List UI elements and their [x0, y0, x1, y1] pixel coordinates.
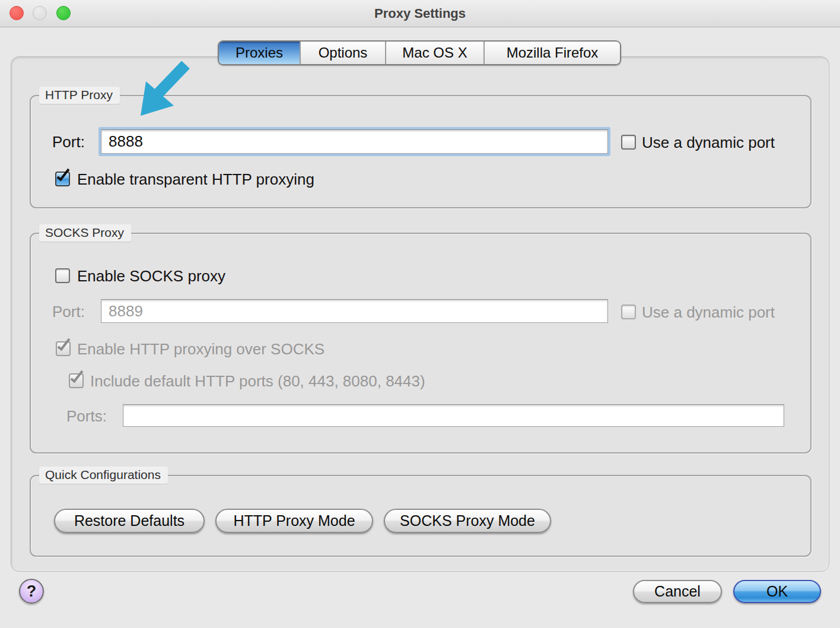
- help-button[interactable]: ?: [19, 579, 44, 604]
- http-transparent-checkbox[interactable]: [55, 172, 70, 186]
- http-dynamic-port-label: Use a dynamic port: [642, 134, 775, 152]
- socks-ports-label: Ports:: [66, 407, 107, 426]
- question-mark-icon: ?: [27, 582, 37, 601]
- quick-configurations-section-title: Quick Configurations: [39, 467, 168, 484]
- socks-dynamic-port-label: Use a dynamic port: [642, 303, 775, 322]
- window-title: Proxy Settings: [0, 0, 840, 27]
- socks-include-default-label: Include default HTTP ports (80, 443, 808…: [90, 372, 425, 391]
- socks-port-input: [101, 299, 608, 323]
- cancel-button[interactable]: Cancel: [633, 580, 722, 603]
- http-proxy-mode-button[interactable]: HTTP Proxy Mode: [215, 509, 373, 533]
- socks-proxy-section-title: SOCKS Proxy: [39, 224, 131, 242]
- ok-button[interactable]: OK: [733, 580, 821, 603]
- proxy-settings-window: { "window": { "title": "Proxy Settings" …: [0, 0, 840, 628]
- tab-mac-os-x[interactable]: Mac OS X: [386, 42, 485, 64]
- socks-include-default-checkbox: [69, 373, 84, 388]
- socks-enable-label: Enable SOCKS proxy: [77, 267, 225, 286]
- socks-proxy-mode-button[interactable]: SOCKS Proxy Mode: [384, 509, 551, 533]
- socks-ports-input: [123, 404, 784, 427]
- socks-enable-checkbox[interactable]: [55, 268, 70, 283]
- tab-bar: Proxies Options Mac OS X Mozilla Firefox: [218, 40, 621, 65]
- tab-proxies[interactable]: Proxies: [219, 42, 301, 64]
- socks-http-over-socks-checkbox: [56, 341, 71, 356]
- socks-port-label: Port:: [52, 303, 85, 321]
- restore-defaults-button[interactable]: Restore Defaults: [54, 509, 205, 533]
- title-bar: Proxy Settings: [0, 0, 840, 27]
- annotation-arrow-icon: [128, 55, 199, 120]
- http-proxy-port-input[interactable]: [101, 129, 608, 154]
- http-port-label: Port:: [52, 133, 85, 151]
- http-proxy-section-title: HTTP Proxy: [39, 87, 120, 104]
- socks-http-over-socks-label: Enable HTTP proxying over SOCKS: [77, 340, 324, 359]
- http-dynamic-port-checkbox[interactable]: [621, 135, 636, 150]
- tab-mozilla-firefox[interactable]: Mozilla Firefox: [485, 42, 620, 64]
- tab-options[interactable]: Options: [301, 42, 386, 64]
- socks-dynamic-port-checkbox: [621, 305, 636, 319]
- http-transparent-label: Enable transparent HTTP proxying: [77, 170, 314, 189]
